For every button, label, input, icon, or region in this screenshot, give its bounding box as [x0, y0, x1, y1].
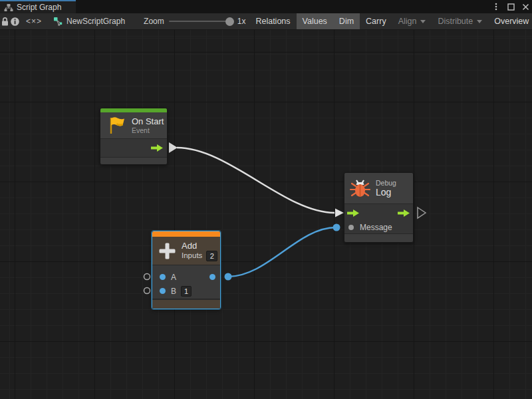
- port-b-label: B: [171, 287, 176, 296]
- tab-title: Script Graph: [17, 3, 61, 12]
- math-color-bar: [152, 231, 220, 237]
- dim-label: Dim: [339, 17, 354, 26]
- graph-name-label: NewScriptGraph: [66, 17, 125, 26]
- window-menu-icon[interactable]: [491, 1, 501, 12]
- info-icon: [10, 17, 20, 27]
- port-row-a: A: [152, 270, 220, 284]
- chevron-down-icon: [477, 20, 482, 23]
- plus-icon: [158, 242, 176, 260]
- values-label: Values: [303, 17, 327, 26]
- values-button[interactable]: Values: [297, 13, 333, 29]
- port-a-label: A: [171, 273, 176, 282]
- input-a-port[interactable]: [160, 274, 166, 280]
- flow-port-row: [344, 205, 413, 220]
- lock-button[interactable]: [0, 13, 10, 29]
- flag-icon: [108, 116, 127, 135]
- graph-asset[interactable]: NewScriptGraph: [48, 13, 132, 29]
- port-row-b: B 1: [152, 284, 220, 298]
- node-ports: [100, 138, 167, 158]
- lock-icon: [0, 17, 10, 27]
- node-footer: [344, 234, 413, 242]
- align-label: Align: [398, 17, 417, 26]
- distribute-label: Distribute: [438, 17, 473, 26]
- node-title: On Start: [132, 116, 164, 126]
- align-button[interactable]: Align: [392, 13, 432, 29]
- sum-output-port[interactable]: [209, 274, 215, 280]
- script-graph-window: Script Graph <×>: [0, 0, 532, 399]
- relations-button[interactable]: Relations: [249, 13, 296, 29]
- carry-button[interactable]: Carry: [360, 13, 392, 29]
- chevron-down-icon: [420, 20, 426, 23]
- node-ports: Message: [344, 203, 413, 234]
- flow-output-port[interactable]: [398, 209, 410, 217]
- flow-input-port[interactable]: [347, 209, 359, 217]
- dim-button[interactable]: Dim: [333, 13, 360, 29]
- tab-bar: Script Graph: [0, 0, 532, 13]
- maximize-icon[interactable]: [505, 1, 516, 12]
- script-graph-asset-icon: [53, 17, 63, 26]
- relations-label: Relations: [255, 17, 290, 26]
- node-footer: [100, 158, 167, 165]
- node-on-start[interactable]: On Start Event: [100, 108, 168, 165]
- code-view-button[interactable]: <×>: [20, 13, 48, 29]
- info-button[interactable]: [10, 13, 20, 29]
- bug-icon: [349, 178, 371, 200]
- carry-label: Carry: [366, 17, 386, 26]
- zoom-value: 1x: [237, 17, 246, 26]
- overview-label: Overview: [494, 17, 529, 26]
- zoom-label: Zoom: [144, 17, 164, 26]
- flow-output-port[interactable]: [151, 144, 163, 152]
- graph-toolbar: <×> NewScriptGraph Zoom 1x Relations Val…: [0, 13, 532, 30]
- code-icon: <×>: [26, 17, 42, 26]
- message-port-label: Message: [360, 223, 392, 232]
- zoom-slider[interactable]: [169, 21, 233, 22]
- node-subtitle: Event: [132, 126, 164, 135]
- input-b-port[interactable]: [160, 288, 166, 294]
- graph-tab-icon: [4, 3, 13, 12]
- message-port-row: Message: [344, 220, 413, 235]
- node-debug-log[interactable]: Debug Log Message: [344, 172, 414, 243]
- port-b-value-field[interactable]: 1: [181, 286, 192, 297]
- overview-button[interactable]: Overview: [488, 13, 532, 29]
- message-input-port[interactable]: [348, 225, 354, 230]
- node-header: On Start Event: [100, 112, 167, 138]
- zoom-control: Zoom 1x: [144, 13, 249, 29]
- node-add[interactable]: Add Inputs 2 A B 1: [152, 231, 221, 309]
- inputs-label: Inputs: [182, 251, 202, 260]
- node-title: Add: [182, 241, 217, 251]
- node-title: Log: [376, 188, 396, 198]
- node-header: Add Inputs 2: [152, 237, 220, 265]
- node-ports: A B 1: [152, 265, 220, 299]
- window-controls: [491, 0, 531, 13]
- node-header: Debug Log: [344, 173, 413, 203]
- zoom-slider-handle[interactable]: [225, 17, 234, 26]
- close-icon[interactable]: [520, 1, 531, 12]
- distribute-button[interactable]: Distribute: [432, 13, 488, 29]
- tab-script-graph[interactable]: Script Graph: [0, 0, 76, 13]
- graph-canvas[interactable]: [0, 30, 532, 399]
- node-footer: [152, 299, 220, 309]
- inputs-count-field[interactable]: 2: [206, 251, 217, 261]
